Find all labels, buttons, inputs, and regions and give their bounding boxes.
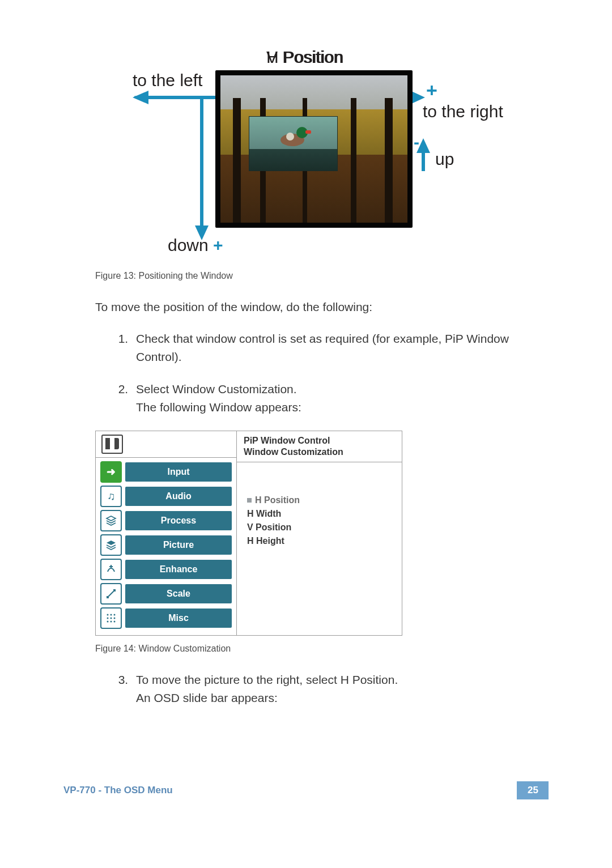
breadcrumb-1: PiP Window Control	[244, 435, 395, 446]
option-v-position[interactable]: V Position	[247, 522, 392, 533]
position-diagram: H Position to the left - + to the right	[108, 48, 504, 263]
steps-list-continued: To move the picture to the right, select…	[103, 671, 515, 708]
osd-logo-row	[96, 431, 236, 458]
svg-point-10	[114, 614, 116, 615]
menu-label: Enhance	[125, 560, 232, 579]
osd-content: PiP Window Control Window Customization …	[237, 431, 402, 635]
figure-14-caption: Figure 14: Window Customization	[95, 644, 549, 654]
menu-item-picture[interactable]: Picture	[100, 534, 232, 556]
minus-up-icon: -	[414, 133, 419, 152]
scale-icon	[100, 583, 122, 605]
process-icon	[100, 510, 122, 531]
bullet-icon	[247, 498, 252, 503]
down-label: down +	[168, 236, 223, 255]
step-3: To move the picture to the right, select…	[131, 671, 515, 708]
arrow-down-icon	[195, 96, 209, 240]
enhance-icon	[100, 559, 122, 580]
layers-solid-icon	[105, 539, 117, 551]
osd-panel: ➜ Input ♫ Audio Process Pi	[95, 431, 402, 636]
tv-screen	[215, 70, 413, 228]
down-text: down	[168, 236, 209, 254]
menu-item-scale[interactable]: Scale	[100, 583, 232, 605]
misc-icon	[100, 607, 122, 629]
menu-label: Audio	[125, 487, 232, 506]
option-h-width[interactable]: H Width	[247, 509, 392, 519]
intro-paragraph: To move the position of the window, do t…	[95, 298, 549, 316]
to-the-left-label: to the left	[133, 71, 202, 90]
svg-point-12	[110, 617, 112, 619]
step-1: Check that window control is set as requ…	[131, 330, 515, 367]
arrow-left-icon	[133, 91, 227, 104]
option-text: V Position	[247, 522, 291, 532]
scale-svg-icon	[105, 588, 117, 599]
svg-point-16	[114, 620, 116, 622]
svg-point-14	[107, 620, 109, 622]
document-page: H Position to the left - + to the right	[0, 0, 612, 821]
menu-item-audio[interactable]: ♫ Audio	[100, 486, 232, 507]
v-position-label: V Position	[266, 48, 343, 67]
menu-label: Picture	[125, 535, 232, 555]
step-1-text: Check that window control is set as requ…	[136, 332, 509, 364]
svg-point-9	[110, 614, 112, 615]
option-text: H Height	[247, 536, 284, 546]
svg-point-15	[110, 620, 112, 622]
menu-item-misc[interactable]: Misc	[100, 607, 232, 629]
menu-item-enhance[interactable]: Enhance	[100, 559, 232, 580]
menu-item-process[interactable]: Process	[100, 510, 232, 531]
step-2a-text: Select Window Customization.	[136, 382, 297, 395]
osd-options: H Position H Width V Position H Height	[237, 462, 402, 635]
pip-window	[249, 116, 338, 171]
tree-trunk	[385, 98, 393, 223]
step-3b-text: An OSD slide bar appears:	[136, 691, 278, 704]
menu-label: Input	[125, 462, 232, 482]
grid-icon	[105, 612, 117, 624]
svg-point-11	[107, 617, 109, 619]
to-the-right-label: to the right	[423, 102, 503, 121]
step-3a-text: To move the picture to the right, select…	[136, 673, 398, 686]
figure-13-caption: Figure 13: Positioning the Window	[95, 271, 549, 281]
menu-item-input[interactable]: ➜ Input	[100, 461, 232, 483]
svg-point-8	[107, 614, 109, 615]
breadcrumb-2: Window Customization	[244, 446, 395, 458]
up-label: up	[435, 150, 454, 169]
tree-trunk	[351, 98, 356, 223]
audio-icon: ♫	[100, 486, 122, 507]
input-icon: ➜	[100, 461, 122, 483]
osd-menu-list: ➜ Input ♫ Audio Process Pi	[96, 458, 236, 635]
plus-right-icon: +	[426, 79, 437, 101]
pip-water	[249, 149, 337, 171]
step-2b-text: The following Window appears:	[136, 401, 301, 414]
menu-label: Scale	[125, 584, 232, 603]
enhance-svg-icon	[105, 564, 117, 575]
page-number: 25	[528, 785, 538, 796]
option-h-height[interactable]: H Height	[247, 536, 392, 546]
figure-13: H Position to the left - + to the right	[63, 48, 549, 263]
duck-icon	[280, 127, 306, 150]
page-footer: VP-770 - The OSD Menu 25	[63, 781, 549, 804]
menu-label: Process	[125, 511, 232, 530]
footer-title: VP-770 - The OSD Menu	[63, 785, 173, 796]
osd-sidebar: ➜ Input ♫ Audio Process Pi	[96, 431, 237, 635]
step-2: Select Window Customization. The followi…	[131, 380, 515, 417]
minus-left-icon: -	[134, 86, 139, 105]
osd-breadcrumb: PiP Window Control Window Customization	[237, 431, 402, 462]
plus-down-icon: +	[213, 236, 223, 254]
option-h-position[interactable]: H Position	[247, 495, 392, 505]
tree-trunk	[233, 98, 241, 223]
option-text: H Width	[247, 509, 281, 518]
layers-icon	[105, 515, 117, 526]
kramer-logo-icon	[101, 435, 123, 454]
left-text: to the left	[133, 71, 202, 90]
menu-label: Misc	[125, 609, 232, 628]
option-text: H Position	[255, 495, 300, 505]
svg-point-13	[114, 617, 116, 619]
picture-icon	[100, 534, 122, 556]
steps-list: Check that window control is set as requ…	[103, 330, 515, 417]
